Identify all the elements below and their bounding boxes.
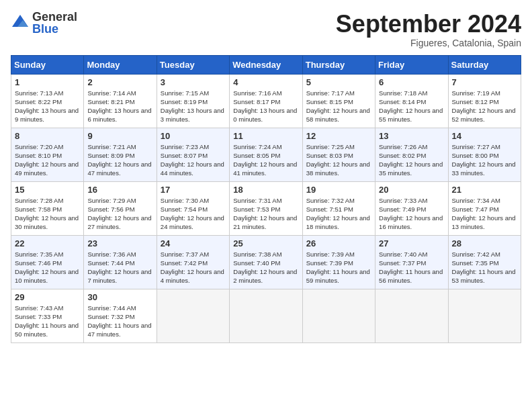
calendar-cell [157, 289, 229, 342]
day-number: 30 [87, 292, 152, 302]
cell-content: Sunrise: 7:43 AMSunset: 7:33 PMDaylight:… [15, 304, 79, 338]
calendar-cell: 28Sunrise: 7:42 AMSunset: 7:35 PMDayligh… [448, 235, 521, 289]
cell-content: Sunrise: 7:30 AMSunset: 7:54 PMDaylight:… [161, 197, 224, 231]
calendar-cell: 1Sunrise: 7:13 AMSunset: 8:22 PMDaylight… [11, 74, 84, 128]
cell-content: Sunrise: 7:40 AMSunset: 7:37 PMDaylight:… [379, 250, 443, 285]
calendar-cell: 30Sunrise: 7:44 AMSunset: 7:32 PMDayligh… [84, 289, 157, 342]
calendar-cell [230, 289, 302, 342]
day-number: 9 [87, 131, 152, 141]
location-subtitle: Figueres, Catalonia, Spain [336, 38, 521, 48]
day-number: 10 [161, 131, 226, 141]
calendar-cell: 2Sunrise: 7:14 AMSunset: 8:21 PMDaylight… [84, 74, 157, 128]
logo: General Blue [11, 11, 77, 35]
day-number: 21 [452, 185, 517, 195]
calendar-cell: 23Sunrise: 7:36 AMSunset: 7:44 PMDayligh… [84, 235, 157, 289]
col-wednesday: Wednesday [230, 55, 302, 74]
cell-content: Sunrise: 7:29 AMSunset: 7:56 PMDaylight:… [87, 197, 151, 231]
calendar-cell [302, 289, 375, 342]
day-number: 28 [452, 238, 517, 248]
calendar-week-4: 22Sunrise: 7:35 AMSunset: 7:46 PMDayligh… [11, 235, 521, 289]
calendar-cell: 24Sunrise: 7:37 AMSunset: 7:42 PMDayligh… [157, 235, 229, 289]
logo-general: General [32, 11, 77, 23]
title-area: September 2024 Figueres, Catalonia, Spai… [336, 11, 521, 48]
cell-content: Sunrise: 7:14 AMSunset: 8:21 PMDaylight:… [87, 89, 151, 124]
cell-content: Sunrise: 7:42 AMSunset: 7:35 PMDaylight:… [452, 250, 516, 285]
calendar-cell: 12Sunrise: 7:25 AMSunset: 8:03 PMDayligh… [302, 128, 375, 181]
cell-content: Sunrise: 7:31 AMSunset: 7:53 PMDaylight:… [233, 197, 297, 231]
header: General Blue September 2024 Figueres, Ca… [11, 11, 521, 48]
day-number: 15 [15, 185, 80, 195]
cell-content: Sunrise: 7:17 AMSunset: 8:15 PMDaylight:… [306, 89, 370, 124]
cell-content: Sunrise: 7:15 AMSunset: 8:19 PMDaylight:… [161, 89, 224, 124]
day-number: 1 [15, 77, 80, 87]
cell-content: Sunrise: 7:20 AMSunset: 8:10 PMDaylight:… [15, 143, 79, 177]
calendar-week-2: 8Sunrise: 7:20 AMSunset: 8:10 PMDaylight… [11, 128, 521, 181]
calendar-cell: 14Sunrise: 7:27 AMSunset: 8:00 PMDayligh… [448, 128, 521, 181]
col-thursday: Thursday [302, 55, 375, 74]
cell-content: Sunrise: 7:33 AMSunset: 7:49 PMDaylight:… [379, 197, 443, 231]
calendar-cell: 19Sunrise: 7:32 AMSunset: 7:51 PMDayligh… [302, 181, 375, 235]
calendar-cell: 3Sunrise: 7:15 AMSunset: 8:19 PMDaylight… [157, 74, 229, 128]
day-number: 5 [306, 77, 371, 87]
cell-content: Sunrise: 7:39 AMSunset: 7:39 PMDaylight:… [306, 250, 370, 285]
calendar-cell: 20Sunrise: 7:33 AMSunset: 7:49 PMDayligh… [375, 181, 448, 235]
calendar-cell: 16Sunrise: 7:29 AMSunset: 7:56 PMDayligh… [84, 181, 157, 235]
cell-content: Sunrise: 7:27 AMSunset: 8:00 PMDaylight:… [452, 143, 516, 177]
calendar-cell: 10Sunrise: 7:23 AMSunset: 8:07 PMDayligh… [157, 128, 229, 181]
calendar-cell: 29Sunrise: 7:43 AMSunset: 7:33 PMDayligh… [11, 289, 84, 342]
cell-content: Sunrise: 7:23 AMSunset: 8:07 PMDaylight:… [161, 143, 224, 177]
calendar-week-1: 1Sunrise: 7:13 AMSunset: 8:22 PMDaylight… [11, 74, 521, 128]
day-number: 13 [379, 131, 444, 141]
calendar-cell: 4Sunrise: 7:16 AMSunset: 8:17 PMDaylight… [230, 74, 302, 128]
calendar-cell: 21Sunrise: 7:34 AMSunset: 7:47 PMDayligh… [448, 181, 521, 235]
cell-content: Sunrise: 7:37 AMSunset: 7:42 PMDaylight:… [161, 250, 224, 285]
day-number: 29 [15, 292, 80, 302]
day-number: 20 [379, 185, 444, 195]
day-number: 19 [306, 185, 371, 195]
day-number: 3 [161, 77, 226, 87]
cell-content: Sunrise: 7:36 AMSunset: 7:44 PMDaylight:… [87, 250, 151, 285]
day-number: 27 [379, 238, 444, 248]
day-number: 4 [233, 77, 298, 87]
calendar-week-5: 29Sunrise: 7:43 AMSunset: 7:33 PMDayligh… [11, 289, 521, 342]
day-number: 25 [233, 238, 298, 248]
cell-content: Sunrise: 7:35 AMSunset: 7:46 PMDaylight:… [15, 250, 79, 285]
cell-content: Sunrise: 7:19 AMSunset: 8:12 PMDaylight:… [452, 89, 516, 124]
calendar-cell: 9Sunrise: 7:21 AMSunset: 8:09 PMDaylight… [84, 128, 157, 181]
calendar-cell: 17Sunrise: 7:30 AMSunset: 7:54 PMDayligh… [157, 181, 229, 235]
logo-icon [11, 13, 30, 32]
header-row: Sunday Monday Tuesday Wednesday Thursday… [11, 55, 521, 74]
day-number: 17 [161, 185, 226, 195]
col-monday: Monday [84, 55, 157, 74]
calendar-cell [375, 289, 448, 342]
calendar-cell: 18Sunrise: 7:31 AMSunset: 7:53 PMDayligh… [230, 181, 302, 235]
calendar-cell: 5Sunrise: 7:17 AMSunset: 8:15 PMDaylight… [302, 74, 375, 128]
cell-content: Sunrise: 7:28 AMSunset: 7:58 PMDaylight:… [15, 197, 79, 231]
cell-content: Sunrise: 7:18 AMSunset: 8:14 PMDaylight:… [379, 89, 443, 124]
day-number: 11 [233, 131, 298, 141]
cell-content: Sunrise: 7:44 AMSunset: 7:32 PMDaylight:… [87, 304, 151, 338]
cell-content: Sunrise: 7:32 AMSunset: 7:51 PMDaylight:… [306, 197, 370, 231]
day-number: 18 [233, 185, 298, 195]
day-number: 14 [452, 131, 517, 141]
cell-content: Sunrise: 7:16 AMSunset: 8:17 PMDaylight:… [233, 89, 297, 124]
month-title: September 2024 [336, 11, 521, 38]
calendar-cell: 8Sunrise: 7:20 AMSunset: 8:10 PMDaylight… [11, 128, 84, 181]
calendar-cell: 22Sunrise: 7:35 AMSunset: 7:46 PMDayligh… [11, 235, 84, 289]
col-friday: Friday [375, 55, 448, 74]
calendar-cell: 15Sunrise: 7:28 AMSunset: 7:58 PMDayligh… [11, 181, 84, 235]
day-number: 23 [87, 238, 152, 248]
logo-text: General Blue [32, 11, 77, 35]
cell-content: Sunrise: 7:38 AMSunset: 7:40 PMDaylight:… [233, 250, 297, 285]
cell-content: Sunrise: 7:13 AMSunset: 8:22 PMDaylight:… [15, 89, 79, 124]
calendar-week-3: 15Sunrise: 7:28 AMSunset: 7:58 PMDayligh… [11, 181, 521, 235]
calendar-cell: 27Sunrise: 7:40 AMSunset: 7:37 PMDayligh… [375, 235, 448, 289]
day-number: 6 [379, 77, 444, 87]
day-number: 16 [87, 185, 152, 195]
day-number: 2 [87, 77, 152, 87]
cell-content: Sunrise: 7:24 AMSunset: 8:05 PMDaylight:… [233, 143, 297, 177]
day-number: 26 [306, 238, 371, 248]
day-number: 22 [15, 238, 80, 248]
logo-blue: Blue [32, 23, 77, 35]
cell-content: Sunrise: 7:25 AMSunset: 8:03 PMDaylight:… [306, 143, 370, 177]
